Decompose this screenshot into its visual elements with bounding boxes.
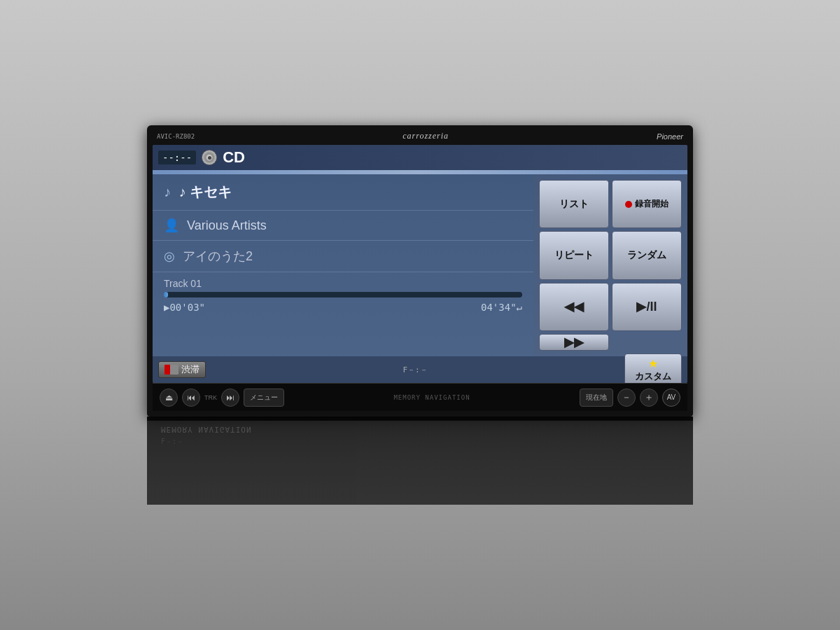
current-loc-button[interactable]: 現在地 xyxy=(580,388,613,407)
cd-icon xyxy=(202,150,217,165)
freq-display: F－:－ xyxy=(402,365,427,375)
person-icon: 👤 xyxy=(164,218,179,232)
hw-controls: ⏏ ⏮ TRK ⏭ メニュー MEMORY NAVIGATION 現在地 － ＋… xyxy=(153,383,687,411)
scene: AVIC-RZ802 carrozzeria Pioneer --:-- CD xyxy=(0,0,840,630)
song-title-row: ♪ ♪ キセキ xyxy=(153,174,533,211)
fast-forward-button[interactable]: ▶▶ xyxy=(539,334,609,351)
traffic-label: 渋滞 xyxy=(181,363,200,376)
unit-wrapper: AVIC-RZ802 carrozzeria Pioneer --:-- CD xyxy=(147,125,693,505)
info-panel: ♪ ♪ キセキ 👤 Various Artists ◎ アイのうた2 Tr xyxy=(153,174,533,356)
minus-button[interactable]: － xyxy=(617,388,636,407)
time-display: --:-- xyxy=(158,150,196,164)
current-time: ▶00'03" xyxy=(164,302,205,313)
time-row: ▶00'03" 04'34"↵ xyxy=(164,302,522,313)
trk-label: TRK xyxy=(204,394,217,401)
disc-icon: ◎ xyxy=(164,249,175,263)
nav-label: MEMORY NAVIGATION xyxy=(288,394,575,401)
progress-bar-container[interactable] xyxy=(164,292,522,298)
play-pause-button[interactable]: ▶/II xyxy=(612,283,682,331)
rewind-button[interactable]: ◀◀ xyxy=(539,283,609,331)
record-dot-icon xyxy=(625,201,632,208)
custom-label: カスタム xyxy=(635,370,671,383)
song-title: ♪ キセキ xyxy=(179,184,232,200)
cd-label: CD xyxy=(223,148,245,167)
custom-button[interactable]: ★ カスタム xyxy=(624,354,682,384)
list-button[interactable]: リスト xyxy=(539,180,609,228)
repeat-button[interactable]: リピート xyxy=(539,231,609,279)
brand-pioneer: Pioneer xyxy=(657,132,683,141)
record-label: 録音開始 xyxy=(635,198,668,210)
screen-bottom: 渋滞 F－:－ ★ カスタム xyxy=(153,356,687,383)
album-name: アイのうた2 xyxy=(183,249,253,263)
eject-button[interactable]: ⏏ xyxy=(160,388,178,407)
traffic-button[interactable]: 渋滞 xyxy=(158,361,206,378)
prev-button[interactable]: ⏮ xyxy=(182,388,200,407)
brand-carrozzeria: carrozzeria xyxy=(402,131,449,141)
track-label: Track 01 xyxy=(164,278,522,289)
next-button[interactable]: ⏭ xyxy=(221,388,239,407)
artist-row: 👤 Various Artists xyxy=(153,211,533,241)
plus-button[interactable]: ＋ xyxy=(640,388,658,407)
av-button[interactable]: AV xyxy=(662,388,680,407)
progress-bar-fill xyxy=(164,292,168,298)
reflection-nav: MEMORY NAVIGATION xyxy=(147,424,693,435)
note-icon: ♪ xyxy=(164,184,171,200)
screen: --:-- CD ♪ ♪ キセキ 👤 xyxy=(153,145,687,383)
menu-button[interactable]: メニュー xyxy=(244,388,284,407)
traffic-icon xyxy=(164,365,178,374)
total-time: 04'34"↵ xyxy=(481,302,522,313)
reflection-freq: F－:－ xyxy=(147,435,693,448)
track-section: Track 01 ▶00'03" 04'34"↵ xyxy=(153,272,533,316)
star-icon: ★ xyxy=(648,357,658,370)
artist-name: Various Artists xyxy=(187,218,267,232)
screen-content: ♪ ♪ キセキ 👤 Various Artists ◎ アイのうた2 Tr xyxy=(153,174,687,356)
model-id: AVIC-RZ802 xyxy=(157,133,195,140)
top-bar: AVIC-RZ802 carrozzeria Pioneer xyxy=(153,130,687,143)
controls-panel: リスト 録音開始 リピート ランダム ◀◀ ▶/II ▶▶ xyxy=(533,174,687,356)
album-row: ◎ アイのうた2 xyxy=(153,241,533,272)
random-button[interactable]: ランダム xyxy=(612,231,682,279)
record-button[interactable]: 録音開始 xyxy=(612,180,682,228)
head-unit: AVIC-RZ802 carrozzeria Pioneer --:-- CD xyxy=(147,125,693,416)
screen-header: --:-- CD xyxy=(153,145,687,170)
